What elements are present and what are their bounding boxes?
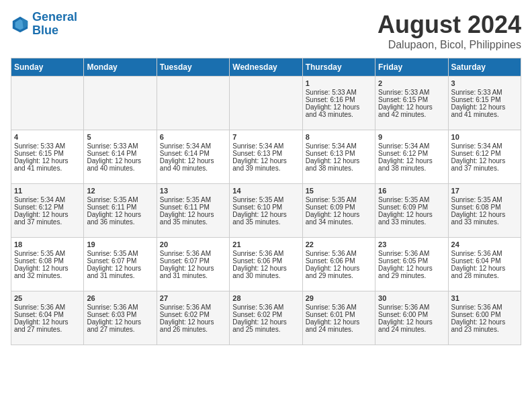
sunset-text: Sunset: 6:06 PM (306, 257, 372, 265)
calendar-cell: 18Sunrise: 5:35 AMSunset: 6:08 PMDayligh… (11, 238, 84, 291)
sunrise-text: Sunrise: 5:36 AM (378, 304, 445, 311)
sunrise-text: Sunrise: 5:34 AM (451, 142, 518, 150)
day-number: 20 (160, 240, 226, 248)
calendar-cell: 17Sunrise: 5:35 AMSunset: 6:08 PMDayligh… (448, 184, 521, 238)
sunset-text: Sunset: 6:11 PM (87, 203, 153, 211)
sunset-text: Sunset: 6:07 PM (87, 257, 153, 265)
sunset-text: Sunset: 6:00 PM (451, 311, 518, 318)
daylight-text: Daylight: 12 hours and 31 minutes. (87, 265, 153, 279)
calendar-cell: 22Sunrise: 5:36 AMSunset: 6:06 PMDayligh… (302, 238, 375, 291)
sunrise-text: Sunrise: 5:35 AM (378, 196, 445, 203)
daylight-text: Daylight: 12 hours and 32 minutes. (14, 265, 81, 279)
sunrise-text: Sunrise: 5:33 AM (306, 89, 372, 96)
sunrise-text: Sunrise: 5:33 AM (14, 142, 81, 150)
calendar-cell: 13Sunrise: 5:35 AMSunset: 6:11 PMDayligh… (157, 184, 229, 238)
sunset-text: Sunset: 6:12 PM (378, 150, 445, 157)
daylight-text: Daylight: 12 hours and 28 minutes. (451, 265, 518, 279)
sunset-text: Sunset: 6:09 PM (306, 203, 372, 211)
day-number: 17 (451, 187, 518, 195)
sunset-text: Sunset: 6:10 PM (232, 203, 299, 211)
sunset-text: Sunset: 6:07 PM (160, 257, 226, 265)
calendar-cell: 12Sunrise: 5:35 AMSunset: 6:11 PMDayligh… (84, 184, 157, 238)
daylight-text: Daylight: 12 hours and 37 minutes. (451, 157, 518, 172)
calendar-table: SundayMondayTuesdayWednesdayThursdayFrid… (11, 58, 521, 345)
day-number: 29 (306, 294, 372, 302)
subtitle: Dalupaon, Bicol, Philippines (378, 39, 521, 51)
calendar-cell: 8Sunrise: 5:34 AMSunset: 6:13 PMDaylight… (302, 130, 375, 184)
sunrise-text: Sunrise: 5:36 AM (160, 250, 226, 257)
sunset-text: Sunset: 6:02 PM (232, 311, 299, 318)
day-number: 24 (451, 240, 518, 248)
sunset-text: Sunset: 6:13 PM (232, 150, 299, 157)
daylight-text: Daylight: 12 hours and 31 minutes. (160, 265, 226, 279)
daylight-text: Daylight: 12 hours and 23 minutes. (451, 318, 518, 333)
calendar-cell: 30Sunrise: 5:36 AMSunset: 6:00 PMDayligh… (375, 291, 448, 345)
calendar-cell: 3Sunrise: 5:33 AMSunset: 6:15 PMDaylight… (448, 77, 521, 130)
daylight-text: Daylight: 12 hours and 40 minutes. (160, 157, 226, 172)
daylight-text: Daylight: 12 hours and 24 minutes. (378, 318, 445, 333)
sunset-text: Sunset: 6:11 PM (160, 203, 226, 211)
calendar-cell: 31Sunrise: 5:36 AMSunset: 6:00 PMDayligh… (448, 291, 521, 345)
sunrise-text: Sunrise: 5:36 AM (232, 304, 299, 311)
sunrise-text: Sunrise: 5:33 AM (378, 89, 445, 96)
sunset-text: Sunset: 6:01 PM (306, 311, 372, 318)
sunset-text: Sunset: 6:08 PM (451, 203, 518, 211)
daylight-text: Daylight: 12 hours and 38 minutes. (378, 157, 445, 172)
daylight-text: Daylight: 12 hours and 38 minutes. (306, 157, 372, 172)
sunset-text: Sunset: 6:09 PM (378, 203, 445, 211)
calendar-week-5: 25Sunrise: 5:36 AMSunset: 6:04 PMDayligh… (11, 291, 521, 345)
sunrise-text: Sunrise: 5:35 AM (306, 196, 372, 203)
logo-line2: Blue (32, 24, 58, 37)
logo-text: General Blue (32, 11, 77, 38)
calendar-cell: 20Sunrise: 5:36 AMSunset: 6:07 PMDayligh… (157, 238, 229, 291)
calendar-cell: 6Sunrise: 5:34 AMSunset: 6:14 PMDaylight… (157, 130, 229, 184)
calendar-cell: 19Sunrise: 5:35 AMSunset: 6:07 PMDayligh… (84, 238, 157, 291)
sunrise-text: Sunrise: 5:36 AM (378, 250, 445, 257)
calendar-cell (84, 77, 157, 130)
weekday-header-wednesday: Wednesday (230, 58, 302, 77)
calendar-cell: 4Sunrise: 5:33 AMSunset: 6:15 PMDaylight… (11, 130, 84, 184)
daylight-text: Daylight: 12 hours and 26 minutes. (160, 318, 226, 333)
calendar-cell: 24Sunrise: 5:36 AMSunset: 6:04 PMDayligh… (448, 238, 521, 291)
calendar-cell: 7Sunrise: 5:34 AMSunset: 6:13 PMDaylight… (230, 130, 302, 184)
day-number: 11 (14, 187, 81, 195)
calendar-cell: 1Sunrise: 5:33 AMSunset: 6:16 PMDaylight… (302, 77, 375, 130)
sunrise-text: Sunrise: 5:35 AM (232, 196, 299, 203)
calendar-cell: 14Sunrise: 5:35 AMSunset: 6:10 PMDayligh… (230, 184, 302, 238)
day-number: 10 (451, 133, 518, 141)
sunrise-text: Sunrise: 5:36 AM (451, 250, 518, 257)
logo-icon (11, 15, 30, 34)
calendar-cell (157, 77, 229, 130)
page-header: General Blue August 2024 Dalupaon, Bicol… (11, 11, 521, 51)
sunrise-text: Sunrise: 5:34 AM (160, 142, 226, 150)
sunset-text: Sunset: 6:14 PM (87, 150, 153, 157)
daylight-text: Daylight: 12 hours and 27 minutes. (87, 318, 153, 333)
day-number: 4 (14, 133, 81, 141)
daylight-text: Daylight: 12 hours and 30 minutes. (232, 265, 299, 279)
day-number: 28 (232, 294, 299, 302)
daylight-text: Daylight: 12 hours and 40 minutes. (87, 157, 153, 172)
sunset-text: Sunset: 6:00 PM (378, 311, 445, 318)
day-number: 13 (160, 187, 226, 195)
day-number: 18 (14, 240, 81, 248)
day-number: 21 (232, 240, 299, 248)
weekday-header-tuesday: Tuesday (157, 58, 229, 77)
calendar-cell: 10Sunrise: 5:34 AMSunset: 6:12 PMDayligh… (448, 130, 521, 184)
day-number: 7 (232, 133, 299, 141)
calendar-cell: 5Sunrise: 5:33 AMSunset: 6:14 PMDaylight… (84, 130, 157, 184)
day-number: 27 (160, 294, 226, 302)
calendar-week-2: 4Sunrise: 5:33 AMSunset: 6:15 PMDaylight… (11, 130, 521, 184)
calendar-cell (11, 77, 84, 130)
sunset-text: Sunset: 6:15 PM (14, 150, 81, 157)
sunrise-text: Sunrise: 5:34 AM (306, 142, 372, 150)
daylight-text: Daylight: 12 hours and 25 minutes. (232, 318, 299, 333)
day-number: 19 (87, 240, 153, 248)
sunrise-text: Sunrise: 5:36 AM (451, 304, 518, 311)
daylight-text: Daylight: 12 hours and 42 minutes. (378, 103, 445, 118)
day-number: 30 (378, 294, 445, 302)
daylight-text: Daylight: 12 hours and 39 minutes. (232, 157, 299, 172)
sunset-text: Sunset: 6:04 PM (14, 311, 81, 318)
daylight-text: Daylight: 12 hours and 41 minutes. (14, 157, 81, 172)
daylight-text: Daylight: 12 hours and 27 minutes. (14, 318, 81, 333)
sunrise-text: Sunrise: 5:34 AM (232, 142, 299, 150)
